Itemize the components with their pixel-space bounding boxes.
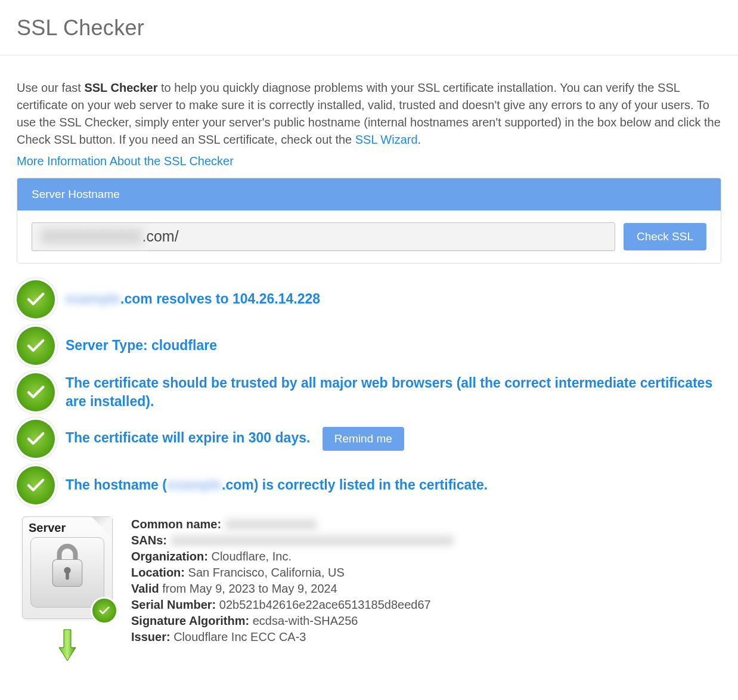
more-info-link[interactable]: More Information About the SSL Checker	[17, 154, 721, 168]
result-text: example.com resolves to 104.26.14.228	[66, 290, 721, 308]
result-trusted: The certificate should be trusted by all…	[17, 373, 721, 411]
common-name-label: Common name:	[131, 518, 221, 531]
intro-strong: SSL Checker	[84, 81, 157, 94]
check-icon	[17, 327, 55, 365]
check-icon	[17, 280, 55, 318]
panel-body: xxxxxxxxxxxxx.com/ Check SSL	[17, 210, 721, 263]
sig-value: ecdsa-with-SHA256	[249, 614, 358, 627]
server-icon: Server	[22, 516, 113, 619]
hostname-input[interactable]: xxxxxxxxxxxxx.com/	[32, 222, 615, 251]
sig-label: Signature Algorithm:	[131, 614, 249, 627]
panel-header-label: Server Hostname	[17, 178, 721, 210]
valid-label: Valid	[131, 582, 159, 595]
result-blurred-domain: example	[66, 291, 120, 306]
svg-rect-2	[66, 572, 69, 580]
server-icon-column: Server	[17, 516, 118, 665]
check-icon	[17, 373, 55, 411]
check-icon	[91, 597, 118, 624]
intro-period: .	[418, 133, 421, 146]
check-ssl-button[interactable]: Check SSL	[624, 223, 706, 250]
hostname-suffix: .com/	[142, 228, 179, 244]
common-name-value: xxxxxxxxxxxxxxx	[225, 518, 318, 531]
result-expire: The certificate will expire in 300 days.…	[17, 420, 721, 458]
sans-label: SANs:	[131, 534, 167, 547]
organization-value: Cloudflare, Inc.	[208, 550, 292, 563]
result-text: Server Type: cloudflare	[66, 336, 721, 355]
check-icon	[17, 420, 55, 458]
serial-label: Serial Number:	[131, 598, 216, 611]
intro-text-before: Use our fast	[17, 81, 84, 94]
sans-value: xxxxxxxxxxxxxxxxxxxxxxxxxxxxxxxxxxxxxxxx…	[170, 534, 454, 547]
location-label: Location:	[131, 566, 185, 579]
result-text: The certificate should be trusted by all…	[66, 374, 721, 411]
server-icon-label: Server	[29, 521, 107, 535]
issuer-value: Cloudflare Inc ECC CA-3	[170, 630, 306, 643]
intro-paragraph: Use our fast SSL Checker to help you qui…	[17, 79, 721, 148]
hostname-panel: Server Hostname xxxxxxxxxxxxx.com/ Check…	[17, 178, 721, 264]
remind-me-button[interactable]: Remind me	[323, 427, 404, 451]
check-icon	[17, 466, 55, 504]
location-value: San Francisco, California, US	[185, 566, 345, 579]
page-title: SSL Checker	[17, 16, 721, 41]
result-server-type: Server Type: cloudflare	[17, 327, 721, 365]
organization-label: Organization:	[131, 550, 208, 563]
valid-value: from May 9, 2023 to May 9, 2024	[159, 582, 337, 595]
down-arrow-icon	[55, 627, 79, 665]
result-resolves: example.com resolves to 104.26.14.228	[17, 280, 721, 318]
hostname-blurred-prefix: xxxxxxxxxxxxx	[41, 228, 142, 244]
results-list: example.com resolves to 104.26.14.228 Se…	[17, 280, 721, 665]
result-text: The certificate will expire in 300 days.…	[66, 427, 721, 451]
certificate-info: Common name: xxxxxxxxxxxxxxx SANs: xxxxx…	[131, 516, 454, 645]
issuer-label: Issuer:	[131, 630, 170, 643]
result-hostname: The hostname (example.com) is correctly …	[17, 466, 721, 504]
ssl-wizard-link[interactable]: SSL Wizard	[355, 133, 418, 146]
serial-value: 02b521b42616e22ace6513185d8eed67	[216, 598, 430, 611]
certificate-block: Server	[17, 516, 721, 665]
result-text: The hostname (example.com) is correctly …	[66, 476, 721, 494]
lock-icon	[30, 537, 104, 608]
